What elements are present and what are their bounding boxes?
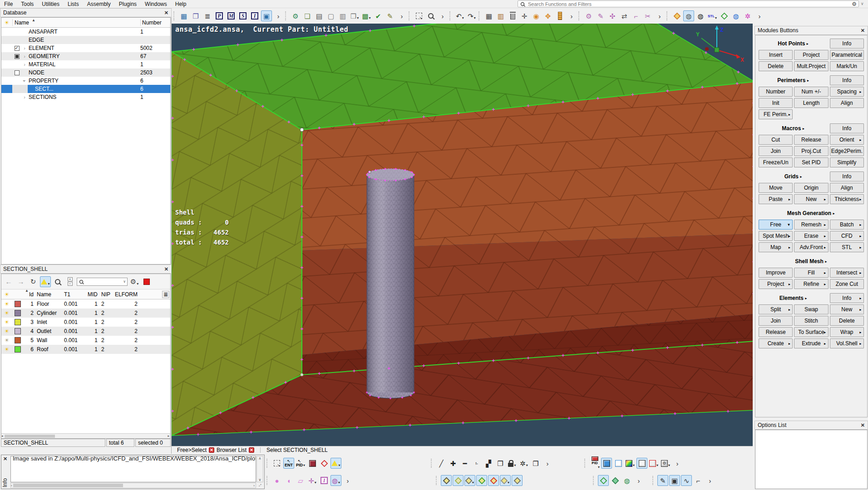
- zoom-lens-icon[interactable]: [52, 276, 63, 287]
- pid-color-swatch[interactable]: [15, 310, 21, 316]
- menu-assembly[interactable]: Assembly: [83, 0, 115, 8]
- quad-squares-icon[interactable]: ▞: [483, 458, 494, 469]
- close-icon[interactable]: ✕: [861, 422, 865, 428]
- more-icon[interactable]: ›: [672, 458, 683, 469]
- morph-links-icon[interactable]: ✲: [742, 10, 753, 21]
- module-button-length[interactable]: Length: [794, 98, 828, 108]
- module-button-map[interactable]: Map►: [759, 242, 793, 252]
- redo-icon[interactable]: ↷▾: [466, 10, 477, 21]
- settings-cube-icon[interactable]: ⚙▾: [660, 458, 671, 469]
- copy-views-icon[interactable]: ❐: [190, 10, 201, 21]
- module-button-fill[interactable]: Fill►: [794, 268, 828, 278]
- log-hscrollbar[interactable]: ‹›: [10, 483, 256, 488]
- db-row-ansapart[interactable]: ANSAPART1: [1, 28, 170, 36]
- zoom-box-icon[interactable]: [414, 10, 424, 21]
- module-button-simplify[interactable]: Simplify: [830, 157, 864, 167]
- menu-utilities[interactable]: Utilities: [38, 0, 64, 8]
- letter-m-icon[interactable]: M: [226, 10, 237, 21]
- visibility-bulb-icon[interactable]: ☀: [1, 291, 12, 298]
- module-button-spacing[interactable]: Spacing►: [830, 87, 864, 97]
- focus-window-icon[interactable]: ▣: [261, 10, 272, 21]
- curve-pen-icon[interactable]: ✎: [657, 475, 668, 486]
- module-button-info[interactable]: Info: [830, 75, 864, 85]
- draw-line-icon[interactable]: ╱: [436, 458, 447, 469]
- section-header-perimeters[interactable]: Perimeters►: [759, 75, 829, 85]
- resize-grip-icon[interactable]: ⤢: [257, 483, 263, 488]
- module-button-release[interactable]: Release: [759, 327, 793, 337]
- pid-color-swatch[interactable]: [15, 346, 21, 353]
- module-button-mult-project[interactable]: Mult.Project: [794, 61, 828, 71]
- paint-highlight-icon[interactable]: ▾: [40, 276, 51, 287]
- point-box-icon[interactable]: ▣: [669, 475, 680, 486]
- mesh-cube-icon[interactable]: [636, 458, 647, 469]
- copy-stack-icon[interactable]: ❒: [530, 458, 541, 469]
- module-button-stl[interactable]: STL►: [830, 242, 864, 252]
- module-button-spot-mesh[interactable]: Spot Mesh►: [759, 231, 793, 241]
- hammer-icon[interactable]: ⌐: [631, 10, 641, 21]
- entity-links-icon[interactable]: ✲▾: [518, 458, 529, 469]
- pid-color-swatch[interactable]: [15, 319, 21, 325]
- bulb-on-icon[interactable]: ☀: [1, 328, 12, 334]
- module-button-refine[interactable]: Refine►: [794, 279, 828, 289]
- spot-mesh-quad-icon[interactable]: [671, 10, 682, 21]
- pid-color-swatch[interactable]: [15, 328, 21, 334]
- module-button-set-pid[interactable]: Set PID: [794, 157, 828, 167]
- menu-lists[interactable]: Lists: [64, 0, 83, 8]
- boxes-stack-icon[interactable]: ❒▾: [349, 10, 360, 21]
- module-button-join[interactable]: Join: [759, 316, 793, 326]
- expand-icon[interactable]: ›: [21, 62, 28, 67]
- bulb-off-icon[interactable]: ☀: [1, 337, 12, 343]
- db-row-sections[interactable]: ›SECTIONS1: [1, 93, 170, 101]
- sketch-line-icon[interactable]: ⌐: [693, 475, 704, 486]
- active-color-swatch-icon[interactable]: [141, 276, 152, 287]
- script-editor-icon[interactable]: ✎: [595, 10, 606, 21]
- module-button-new[interactable]: New►: [794, 194, 828, 204]
- entity-table-icon[interactable]: ▦: [483, 10, 494, 21]
- surface-mesh-ball-icon[interactable]: ◍: [621, 475, 632, 486]
- module-button-stitch[interactable]: Stitch: [794, 316, 828, 326]
- bulb-on-icon[interactable]: ☀: [1, 301, 12, 307]
- close-icon[interactable]: ✕: [3, 456, 7, 462]
- module-button-orient[interactable]: Orient►: [830, 135, 864, 145]
- column-config-icon[interactable]: ≣: [162, 291, 169, 298]
- module-button-improve[interactable]: Improve: [759, 268, 793, 278]
- module-button-info[interactable]: Info: [830, 172, 864, 181]
- more-icon[interactable]: ›: [542, 458, 553, 469]
- wire-cube-icon[interactable]: ▾: [648, 458, 659, 469]
- container-box-icon[interactable]: ▥: [337, 10, 348, 21]
- shape-box-icon[interactable]: ▱: [295, 475, 306, 486]
- module-button-paste[interactable]: Paste►: [759, 194, 793, 204]
- expand-icon[interactable]: ›: [21, 94, 28, 100]
- module-button-to-surface[interactable]: To Surface►: [794, 327, 828, 337]
- column-nip[interactable]: NIP: [99, 291, 112, 298]
- db-row-material[interactable]: ›MATERIAL1: [1, 60, 170, 69]
- settings-gear-icon[interactable]: ⚙▾: [129, 276, 140, 287]
- module-button-intersect[interactable]: Intersect►: [830, 268, 864, 278]
- pid-color-swatch[interactable]: [15, 337, 21, 343]
- db-row-element[interactable]: ›ELEMENT5002: [1, 44, 170, 52]
- module-button-num[interactable]: Num +/-: [794, 87, 828, 97]
- expand-icon[interactable]: ›: [22, 78, 27, 84]
- table-header[interactable]: ☀ ▲ IdNameT1MIDNIPELFORM≣: [1, 289, 170, 299]
- tree-column-number[interactable]: Number: [140, 20, 170, 26]
- ruler-icon[interactable]: [554, 10, 565, 21]
- transform-arrows-icon[interactable]: ✥: [542, 10, 553, 21]
- more-icon[interactable]: ›: [396, 10, 407, 21]
- pid-cards-icon[interactable]: [307, 458, 318, 469]
- search-gear-icon[interactable]: ⚙: [852, 1, 857, 7]
- module-button-delete[interactable]: Delete: [830, 316, 864, 326]
- section-header-macros[interactable]: Macros►: [759, 123, 829, 133]
- pid-color-swatch[interactable]: [15, 301, 21, 307]
- surface-wire-icon[interactable]: [598, 475, 609, 486]
- quad-nodes-icon[interactable]: ▾: [464, 475, 475, 486]
- zoom-lens-icon[interactable]: [425, 10, 436, 21]
- pid-cube-icon[interactable]: PID▾: [589, 456, 600, 470]
- viewport-3d[interactable]: Z Y X ansa_icfd2.ansa, Current Part: Unt…: [172, 24, 753, 446]
- chevron-down-icon[interactable]: ∨: [123, 279, 126, 284]
- paint-flag-icon[interactable]: ▾: [330, 458, 341, 469]
- db-row-geometry[interactable]: ›GEOMETRY67: [1, 52, 170, 60]
- lock-icon[interactable]: ▾: [507, 458, 518, 469]
- module-button-project[interactable]: Project►: [759, 279, 793, 289]
- module-button-origin[interactable]: Origin: [794, 183, 828, 193]
- rainbow-cube-icon[interactable]: ▾: [625, 458, 636, 469]
